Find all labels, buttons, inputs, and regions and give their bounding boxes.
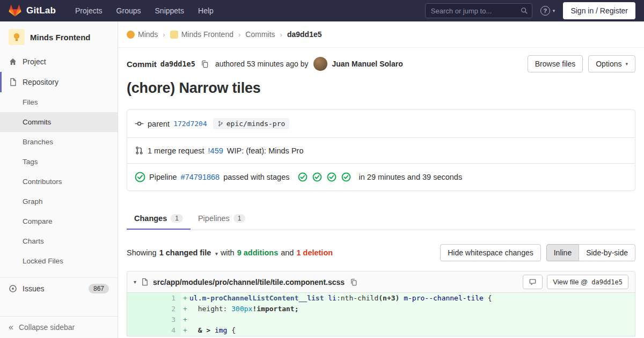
collapse-label: Collapse sidebar	[19, 323, 75, 332]
sidebar-item-graph[interactable]: Graph	[0, 192, 118, 211]
breadcrumb-item-minds-frontend[interactable]: Minds Frontend	[170, 30, 233, 39]
sidebar-item-label: Issues	[23, 284, 44, 293]
parent-row: parent 172d7204 epic/minds-pro	[127, 110, 635, 137]
gitlab-tanuki-icon	[9, 4, 21, 17]
collapse-sidebar-button[interactable]: « Collapse sidebar	[0, 316, 118, 338]
breadcrumb: Minds›Minds Frontend›Commits›da9dd1e5	[118, 21, 644, 48]
gitlab-logo-link[interactable]: GitLab	[9, 4, 56, 17]
navbar-menu: ProjectsGroupsSnippetsHelp	[70, 3, 219, 18]
sidebar-project-name: Minds Frontend	[30, 33, 91, 42]
tab-count-badge: 1	[233, 214, 246, 223]
nav-item-groups[interactable]: Groups	[111, 3, 147, 18]
inline-view-button[interactable]: Inline	[546, 244, 579, 261]
sidebar-item-charts[interactable]: Charts	[0, 231, 118, 251]
nav-item-projects[interactable]: Projects	[70, 3, 108, 18]
breadcrumb-avatar	[170, 31, 178, 39]
chevron-down-icon: ▾	[625, 62, 628, 67]
pipeline-stage-icon-2[interactable]	[312, 172, 322, 182]
sidebar-item-locked-files[interactable]: Locked Files	[0, 251, 118, 271]
nav-item-snippets[interactable]: Snippets	[150, 3, 189, 18]
pipeline-id-link[interactable]: #74791868	[181, 173, 220, 181]
search-input[interactable]	[425, 3, 532, 18]
breadcrumb-item-minds[interactable]: Minds	[127, 30, 158, 39]
sign-in-button[interactable]: Sign in / Register	[563, 2, 635, 19]
breadcrumb-item-commits[interactable]: Commits	[245, 30, 275, 39]
sidebar-item-compare[interactable]: Compare	[0, 211, 118, 231]
commit-meta-row: Commit da9dd1e5 authored 53 minutes ago …	[127, 55, 635, 72]
breadcrumb-item-da9dd1e5[interactable]: da9dd1e5	[287, 30, 322, 39]
copy-path-button[interactable]	[349, 277, 358, 287]
pipeline-stage-icon-1[interactable]	[298, 172, 308, 182]
diff-line-number-new[interactable]: 1	[154, 293, 181, 304]
diff-line: 1+ul.m-proChannelListContent__list li:nt…	[127, 293, 635, 304]
toggle-comments-button[interactable]	[523, 275, 543, 289]
diff-line-number-new[interactable]: 4	[154, 325, 181, 336]
search-icon[interactable]	[521, 7, 528, 14]
copy-sha-button[interactable]	[200, 59, 210, 69]
tab-count-badge: 1	[171, 214, 183, 223]
help-icon: ?	[540, 6, 550, 16]
collapse-diff-icon[interactable]: ▾	[134, 279, 136, 285]
options-dropdown-button[interactable]: Options ▾	[588, 55, 635, 72]
copy-icon	[201, 60, 209, 68]
pipeline-status-icon[interactable]	[135, 172, 145, 182]
sidebar-item-files[interactable]: Files	[0, 92, 118, 112]
commit-label: Commit	[127, 60, 157, 69]
diff-body: 1+ul.m-proChannelListContent__list li:nt…	[127, 293, 635, 336]
tab-pipelines[interactable]: Pipelines 1	[191, 207, 253, 230]
side-by-side-view-button[interactable]: Side-by-side	[579, 244, 635, 261]
nav-item-help[interactable]: Help	[193, 3, 219, 18]
diff-line-number-new[interactable]: 3	[154, 314, 181, 325]
breadcrumb-separator: ›	[238, 31, 240, 39]
options-label: Options	[596, 60, 621, 68]
pipeline-stage-icon-4[interactable]	[341, 172, 351, 182]
diff-line-number-old[interactable]	[127, 314, 154, 325]
breadcrumb-avatar	[127, 31, 135, 39]
parent-sha-link[interactable]: 172d7204	[173, 120, 207, 128]
diff-line-sign: +	[181, 304, 189, 314]
diff-line-number-new[interactable]: 2	[154, 304, 181, 314]
chevron-down-icon: ▾	[553, 9, 555, 13]
sidebar-item-repository[interactable]: Repository	[0, 72, 118, 92]
parent-label: parent	[148, 120, 170, 128]
branch-ref-label[interactable]: epic/minds-pro	[213, 118, 290, 129]
brand-name: GitLab	[26, 5, 56, 16]
mr-id-link[interactable]: !459	[208, 146, 223, 155]
commit-icon	[135, 119, 144, 128]
project-avatar	[9, 29, 25, 45]
additions-count: 9 additions	[237, 248, 279, 257]
sidebar-item-branches[interactable]: Branches	[0, 132, 118, 152]
hide-whitespace-button[interactable]: Hide whitespace changes	[440, 244, 541, 261]
pipeline-stage-icon-3[interactable]	[327, 172, 336, 182]
view-file-button[interactable]: View file @ da9dd1e5	[547, 275, 628, 289]
chevron-down-icon: ▾	[215, 251, 218, 256]
changed-files-dropdown[interactable]: 1 changed file ▾	[159, 248, 218, 257]
breadcrumb-label: da9dd1e5	[287, 30, 322, 39]
view-file-label: View file @	[553, 278, 588, 286]
diff-stats-bar: Showing 1 changed file ▾ with 9 addition…	[127, 244, 635, 261]
diff-file-header: ▾ src/app/modules/pro/channel/tile/tile.…	[127, 271, 635, 293]
author-name-link[interactable]: Juan Manuel Solaro	[332, 60, 402, 68]
sidebar-item-issues[interactable]: Issues 867	[0, 278, 118, 299]
main-content: Minds›Minds Frontend›Commits›da9dd1e5 Co…	[118, 21, 644, 338]
sidebar-item-commits[interactable]: Commits	[0, 112, 118, 132]
diff-line-number-old[interactable]	[127, 304, 154, 314]
author-avatar[interactable]	[313, 57, 327, 71]
sidebar-item-project[interactable]: Project	[0, 52, 118, 72]
help-dropdown[interactable]: ? ▾	[540, 6, 555, 16]
and-text: and	[281, 248, 294, 257]
browse-files-button[interactable]: Browse files	[528, 55, 583, 72]
mr-count-text: 1 merge request	[148, 146, 204, 155]
sidebar-item-tags[interactable]: Tags	[0, 152, 118, 172]
breadcrumb-separator: ›	[280, 31, 282, 39]
tab-changes[interactable]: Changes 1	[127, 207, 191, 230]
diff-line-number-old[interactable]	[127, 293, 154, 304]
merge-request-icon	[135, 146, 144, 155]
sidebar-project-header[interactable]: Minds Frontend	[0, 21, 118, 52]
diff-line: 3+	[127, 314, 635, 325]
issues-count-badge: 867	[89, 284, 109, 293]
diff-line-number-old[interactable]	[127, 325, 154, 336]
mr-title: WIP: (feat): Minds Pro	[227, 146, 304, 155]
changed-files-label: 1 changed file	[159, 248, 211, 257]
sidebar-item-contributors[interactable]: Contributors	[0, 172, 118, 192]
